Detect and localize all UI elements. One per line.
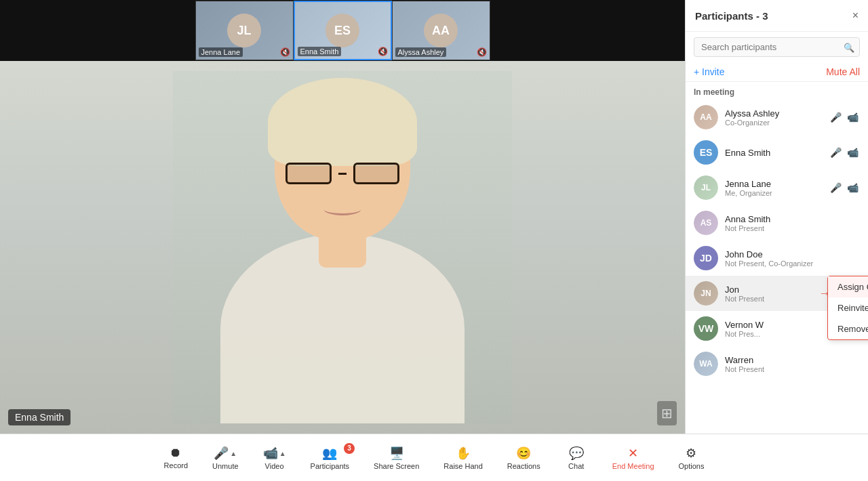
participant-info-jenna: Jenna Lane Me, Organizer [725, 179, 829, 197]
participants-badge: 3 [344, 443, 355, 454]
participants-icon: 👥 [322, 446, 337, 461]
participant-status-alyssa: Co-Organizer [725, 119, 829, 127]
mute-all-button[interactable]: Mute All [826, 66, 860, 77]
panel-header: Participants - 3 × [686, 0, 868, 32]
participant-name-jenna: Jenna Lane [725, 179, 829, 189]
participant-status-anna: Not Present [725, 224, 860, 232]
unmute-chevron: ▲ [230, 450, 237, 457]
end-meeting-label: End Meeting [612, 462, 654, 470]
reactions-label: Reactions [507, 462, 540, 470]
reactions-icon: 😊 [516, 446, 531, 461]
chat-icon: 💬 [569, 446, 584, 461]
avatar-anna: AS [694, 211, 718, 235]
participant-info-anna: Anna Smith Not Present [725, 214, 860, 232]
chat-label: Chat [568, 462, 584, 470]
search-icon: 🔍 [844, 42, 854, 52]
options-label: Options [679, 462, 705, 470]
thumbnail-jenna-mic: 🔇 [280, 47, 290, 57]
participant-jenna[interactable]: JL Jenna Lane Me, Organizer 🎤 📹 [686, 170, 868, 205]
toolbar-chat[interactable]: 💬 Chat [553, 442, 600, 474]
toolbar-unmute[interactable]: 🎤 ▲ Unmute [200, 442, 251, 474]
participant-enna[interactable]: ES Enna Smith 🎤 📹 [686, 135, 868, 170]
video-icon-alyssa[interactable]: 📹 [846, 110, 860, 124]
context-menu-reinvite[interactable]: Reinvite [828, 297, 868, 318]
share-screen-icon: 🖥️ [389, 446, 404, 461]
options-icon: ⚙ [686, 446, 696, 461]
participants-panel: Participants - 3 × 🔍 + Invite Mute All I… [685, 0, 868, 434]
speaker-badge: Enna Smith [8, 409, 71, 425]
record-label: Record [164, 461, 188, 469]
video-chevron: ▲ [279, 450, 286, 457]
mic-icon-alyssa[interactable]: 🎤 [829, 110, 843, 124]
unmute-icon: 🎤 [214, 446, 229, 461]
thumbnail-alyssa-name: Alyssa Ashley [395, 47, 447, 57]
toolbar-reactions[interactable]: 😊 Reactions [495, 442, 553, 474]
thumbnail-enna-mic: 🔇 [378, 47, 388, 56]
avatar-warren: WA [694, 352, 718, 376]
participant-name-anna: Anna Smith [725, 214, 860, 224]
participant-info-johndoe: John Doe Not Present, Co-Organizer [725, 249, 860, 268]
mic-icon-enna[interactable]: 🎤 [829, 146, 843, 159]
participant-alyssa[interactable]: AA Alyssa Ashley Co-Organizer 🎤 📹 [686, 100, 868, 135]
record-icon: ⏺ [170, 446, 182, 460]
toolbar-options[interactable]: ⚙ Options [667, 442, 717, 474]
participant-anna[interactable]: AS Anna Smith Not Present [686, 205, 868, 240]
toolbar-share-screen[interactable]: 🖥️ Share Screen [361, 442, 431, 474]
participants-label: Participants [311, 462, 349, 470]
context-menu-remove[interactable]: Remove from meeting [828, 318, 868, 339]
toolbar-participants[interactable]: 👥 3 Participants [298, 442, 361, 474]
video-icon-enna[interactable]: 📹 [846, 146, 860, 159]
thumbnail-enna-name: Enna Smith [298, 47, 342, 56]
toolbar-raise-hand[interactable]: ✋ Raise Hand [431, 442, 494, 474]
avatar-enna: ES [694, 140, 718, 165]
participant-status-johndoe: Not Present, Co-Organizer [725, 259, 860, 268]
toolbar-end-meeting[interactable]: ✕ End Meeting [600, 442, 667, 474]
video-label: Video [265, 462, 284, 470]
participant-warren[interactable]: WA Warren Not Present [686, 346, 868, 381]
end-meeting-icon: ✕ [628, 446, 638, 461]
video-icon: 📹 [263, 446, 278, 461]
avatar-johndoe: JD [694, 246, 718, 270]
context-menu: Assign Co-Organizer Reinvite Remove from… [827, 276, 868, 340]
invite-button[interactable]: + Invite [694, 66, 725, 77]
main-video: Enna Smith ⊞ [0, 61, 685, 434]
search-box: 🔍 [694, 37, 860, 57]
thumbnail-alyssa-mic: 🔇 [477, 47, 487, 57]
video-icon-jenna[interactable]: 📹 [846, 181, 860, 194]
controls-alyssa: 🎤 📹 [829, 110, 860, 124]
thumbnail-jenna-name: Jenna Lane [199, 47, 243, 57]
raise-hand-icon: ✋ [456, 446, 471, 461]
controls-enna: 🎤 📹 [829, 146, 860, 159]
avatar-vernon: VW [694, 316, 718, 341]
participant-status-jenna: Me, Organizer [725, 189, 829, 197]
participant-name-alyssa: Alyssa Ashley [725, 108, 829, 119]
participant-info-enna: Enna Smith [725, 148, 829, 158]
participant-name-warren: Warren [725, 355, 860, 365]
video-area: JL Jenna Lane 🔇 ES Enna Smith 🔇 AA Alyss… [0, 0, 685, 434]
in-meeting-label: In meeting [686, 82, 868, 100]
avatar-jon: JN [694, 281, 718, 306]
thumbnail-alyssa[interactable]: AA Alyssa Ashley 🔇 [392, 1, 490, 60]
participant-jon[interactable]: JN Jon Not Present Assign Co-Organizer R… [686, 276, 868, 311]
main-area: JL Jenna Lane 🔇 ES Enna Smith 🔇 AA Alyss… [0, 0, 868, 434]
participant-info-warren: Warren Not Present [725, 355, 860, 373]
panel-title: Participants - 3 [695, 10, 768, 22]
search-input[interactable] [694, 37, 860, 57]
controls-jenna: 🎤 📹 [829, 181, 860, 194]
avatar-alyssa: AA [694, 105, 718, 129]
raise-hand-label: Raise Hand [443, 462, 482, 470]
toolbar: ⏺ Record 🎤 ▲ Unmute 📹 ▲ Video 👥 3 Partic… [0, 434, 868, 481]
unmute-label: Unmute [212, 462, 239, 470]
context-menu-assign[interactable]: Assign Co-Organizer [828, 276, 868, 297]
main-video-content [0, 61, 685, 434]
mic-icon-jenna[interactable]: 🎤 [829, 181, 843, 194]
panel-close-button[interactable]: × [852, 9, 859, 22]
participant-name-johndoe: John Doe [725, 249, 860, 259]
toolbar-video[interactable]: 📹 ▲ Video [251, 442, 298, 474]
thumbnail-enna[interactable]: ES Enna Smith 🔇 [294, 1, 392, 60]
participant-johndoe[interactable]: JD John Doe Not Present, Co-Organizer [686, 240, 868, 276]
participant-info-alyssa: Alyssa Ashley Co-Organizer [725, 108, 829, 127]
grid-view-icon[interactable]: ⊞ [657, 401, 677, 425]
toolbar-record[interactable]: ⏺ Record [152, 442, 200, 474]
thumbnail-jenna[interactable]: JL Jenna Lane 🔇 [195, 1, 294, 60]
